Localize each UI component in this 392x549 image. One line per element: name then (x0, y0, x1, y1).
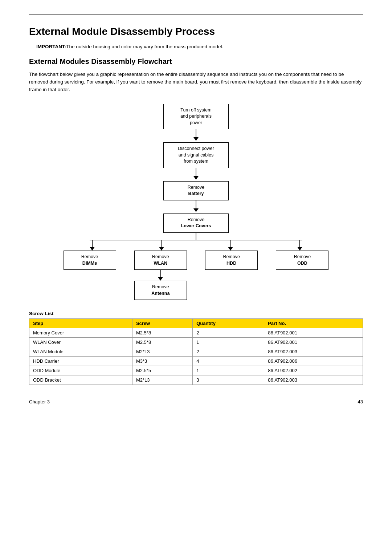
table-cell: M2.5*5 (132, 366, 192, 375)
table-cell: 86.AT902.001 (264, 328, 363, 338)
arrow3 (193, 200, 199, 214)
table-row: WLAN CoverM2.5*8186.AT902.001 (29, 338, 363, 347)
h-line-container (54, 240, 338, 241)
table-cell: 86.AT902.006 (264, 357, 363, 366)
branch3-arrow-col (228, 240, 233, 251)
page: External Module Disassembly Process IMPO… (0, 0, 392, 549)
fc-step1-text: Turn off system and peripherals power (180, 107, 212, 125)
h-line (90, 240, 302, 241)
table-row: ODD ModuleM2.5*5186.AT902.002 (29, 366, 363, 375)
top-divider (29, 15, 363, 15)
table-cell: M2.5*8 (132, 338, 192, 347)
table-cell: 4 (193, 357, 264, 366)
table-cell: 1 (193, 366, 264, 375)
b1-arrowhead (90, 247, 95, 251)
table-cell: M2*L3 (132, 375, 192, 385)
table-cell: WLAN Cover (29, 338, 132, 347)
b4-arrowhead (297, 247, 302, 251)
fc-box-wlan: Remove WLAN (134, 251, 187, 270)
table-cell: M2*L3 (132, 347, 192, 357)
table-cell: 1 (193, 338, 264, 347)
fc-box-step3: Remove Battery (163, 181, 229, 200)
important-label: IMPORTANT: (36, 44, 66, 49)
fc-box-odd: Remove ODD (276, 251, 328, 270)
wlan-to-antenna-arrow (158, 277, 163, 281)
fc-box-step4: Remove Lower Covers (163, 214, 229, 233)
table-cell: WLAN Module (29, 347, 132, 357)
table-cell: M2.5*8 (132, 328, 192, 338)
table-cell: 86.AT902.003 (264, 347, 363, 357)
branch2-col: Remove WLAN Remove Antenna (133, 251, 188, 300)
branch-arrows-row (54, 240, 338, 251)
table-cell: 86.AT902.001 (264, 338, 363, 347)
arrow2 (193, 168, 199, 181)
b2-vline (161, 240, 162, 247)
branch3-col: Remove HDD (204, 251, 259, 300)
branch1-col: Remove DIMMs (62, 251, 117, 300)
table-cell: HDD Carrier (29, 357, 132, 366)
wlan-to-antenna-vline (160, 270, 161, 277)
vert-to-h (196, 233, 196, 240)
b3-vline (230, 240, 231, 247)
table-cell: 86.AT902.002 (264, 366, 363, 375)
fc-box-dimms: Remove DIMMs (64, 251, 116, 270)
table-header-row: Step Screw Quantity Part No. (29, 319, 363, 328)
page-title: External Module Disassembly Process (29, 26, 363, 37)
table-cell: 2 (193, 347, 264, 357)
section-title: External Modules Disassembly Flowchart (29, 57, 363, 66)
screw-list-title: Screw List (29, 311, 363, 316)
screw-table-body: Memory CoverM2.5*8286.AT902.001WLAN Cove… (29, 328, 363, 385)
fc-box-step1: Turn off system and peripherals power (163, 104, 229, 130)
table-row: HDD CarrierM3*3486.AT902.006 (29, 357, 363, 366)
table-cell: ODD Bracket (29, 375, 132, 385)
col-header-screw: Screw (132, 319, 192, 328)
fc-step2-text: Disconnect power and signal cables from … (178, 146, 214, 164)
footer-chapter: Chapter 3 (29, 399, 50, 404)
b4-vline (299, 240, 300, 247)
screw-table: Step Screw Quantity Part No. Memory Cove… (29, 318, 363, 385)
branch2-arrow-col (159, 240, 164, 251)
col-header-quantity: Quantity (193, 319, 264, 328)
flowchart: Turn off system and peripherals power Di… (29, 104, 363, 300)
table-cell: 3 (193, 375, 264, 385)
table-cell: M3*3 (132, 357, 192, 366)
table-row: Memory CoverM2.5*8286.AT902.001 (29, 328, 363, 338)
table-cell: Memory Cover (29, 328, 132, 338)
important-text: The outside housing and color may vary f… (66, 44, 223, 49)
table-row: WLAN ModuleM2*L3286.AT902.003 (29, 347, 363, 357)
table-cell: 2 (193, 328, 264, 338)
fc-step1: Turn off system and peripherals power Di… (29, 104, 363, 233)
table-row: ODD BracketM2*L3386.AT902.003 (29, 375, 363, 385)
screw-list-section: Screw List Step Screw Quantity Part No. … (29, 311, 363, 385)
important-note: IMPORTANT:The outside housing and color … (36, 44, 363, 49)
fc-box-hdd: Remove HDD (205, 251, 258, 270)
col-header-step: Step (29, 319, 132, 328)
col-header-partno: Part No. (264, 319, 363, 328)
branch-connector: Remove DIMMs Remove WLAN Remove (54, 233, 338, 300)
branch1-arrow-col (90, 240, 95, 251)
footer: Chapter 3 43 (29, 396, 363, 404)
footer-page: 43 (358, 399, 363, 404)
table-cell: ODD Module (29, 366, 132, 375)
table-cell: 86.AT902.003 (264, 375, 363, 385)
fc-box-antenna: Remove Antenna (134, 281, 187, 300)
b1-vline (92, 240, 93, 247)
flowchart-description: The flowchart below gives you a graphic … (29, 71, 363, 94)
branch-boxes-row: Remove DIMMs Remove WLAN Remove (54, 251, 338, 300)
b2-arrowhead (159, 247, 164, 251)
arrow1 (193, 129, 199, 142)
branch4-arrow-col (297, 240, 302, 251)
fc-box-step2: Disconnect power and signal cables from … (163, 142, 229, 168)
branch4-col: Remove ODD (275, 251, 330, 300)
b3-arrowhead (228, 247, 233, 251)
